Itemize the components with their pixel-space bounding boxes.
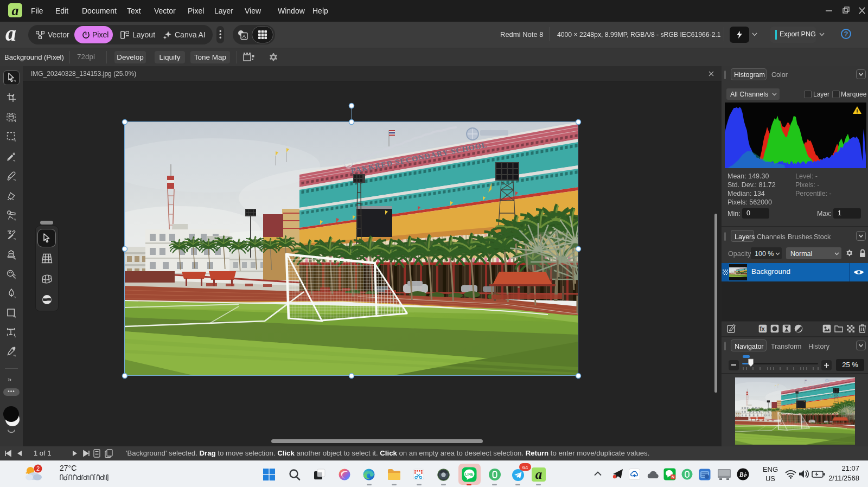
svg-text:LINE: LINE <box>465 472 474 476</box>
svg-text:fx: fx <box>760 325 764 332</box>
svg-text:N: N <box>672 475 674 479</box>
svg-text:A: A <box>242 33 246 39</box>
svg-text:B♭: B♭ <box>739 471 747 478</box>
svg-text:64: 64 <box>522 464 528 470</box>
svg-text:2: 2 <box>36 465 40 472</box>
